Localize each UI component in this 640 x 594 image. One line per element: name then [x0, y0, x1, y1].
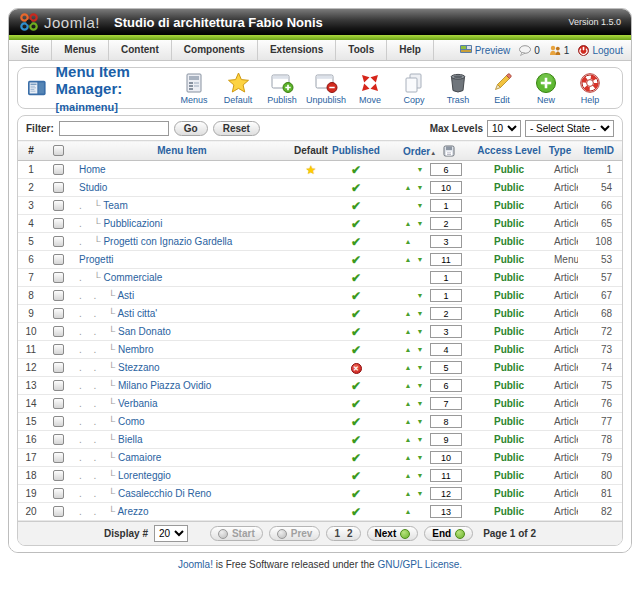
menu-item-link[interactable]: Stezzano — [118, 362, 160, 373]
order-up-icon[interactable]: ▲ — [403, 382, 413, 389]
order-up-icon[interactable]: ▲ — [403, 400, 413, 407]
menu-item-link[interactable]: Casalecchio Di Reno — [118, 488, 211, 499]
order-up-icon[interactable]: ▲ — [403, 328, 413, 335]
menu-item-link[interactable]: Como — [118, 416, 145, 427]
order-input[interactable] — [430, 289, 462, 302]
published-icon[interactable]: ✔ — [351, 379, 361, 393]
col-item-id[interactable]: ItemID — [578, 141, 622, 161]
published-icon[interactable]: ✔ — [351, 433, 361, 447]
row-checkbox[interactable] — [53, 344, 64, 355]
order-up-icon[interactable]: ▲ — [403, 310, 413, 317]
row-checkbox[interactable] — [53, 272, 64, 283]
order-input[interactable] — [430, 361, 462, 374]
row-checkbox[interactable] — [53, 488, 64, 499]
menus-button[interactable]: Menus — [172, 71, 216, 105]
menu-item-link[interactable]: Home — [79, 164, 106, 175]
order-down-icon[interactable]: ▼ — [415, 310, 425, 317]
order-down-icon[interactable]: ▼ — [415, 346, 425, 353]
published-icon[interactable]: ✔ — [351, 343, 361, 357]
message-count[interactable]: 0 — [519, 45, 540, 56]
published-icon[interactable]: ✔ — [351, 235, 361, 249]
select-state-select[interactable]: - Select State - — [525, 120, 614, 137]
col-order[interactable]: Order▲ — [382, 141, 476, 161]
next-button[interactable]: Next — [367, 526, 419, 541]
col-published[interactable]: Published — [330, 141, 382, 161]
menubar-item-tools[interactable]: Tools — [336, 40, 387, 60]
order-up-icon[interactable]: ▲ — [403, 418, 413, 425]
order-down-icon[interactable]: ▼ — [415, 364, 425, 371]
order-up-icon[interactable]: ▲ — [403, 184, 413, 191]
order-down-icon[interactable]: ▼ — [415, 292, 425, 299]
page-number-1[interactable]: 1 — [334, 528, 340, 539]
menu-item-link[interactable]: San Donato — [118, 326, 171, 337]
menu-item-link[interactable]: Verbania — [118, 398, 157, 409]
move-button[interactable]: Move — [348, 71, 392, 105]
default-button[interactable]: Default — [216, 71, 260, 105]
help-button[interactable]: Help — [568, 71, 612, 105]
display-count-select[interactable]: 20 — [154, 525, 188, 542]
save-order-icon[interactable] — [443, 145, 455, 157]
row-checkbox[interactable] — [53, 182, 64, 193]
unpublish-button[interactable]: Unpublish — [304, 71, 348, 105]
menubar-item-content[interactable]: Content — [109, 40, 172, 60]
menu-item-link[interactable]: Milano Piazza Ovidio — [118, 380, 211, 391]
order-down-icon[interactable]: ▼ — [415, 184, 425, 191]
preview-link[interactable]: Preview — [460, 45, 511, 56]
start-button[interactable]: Start — [210, 526, 263, 541]
published-icon[interactable]: ✔ — [351, 253, 361, 267]
row-checkbox[interactable] — [53, 398, 64, 409]
row-checkbox[interactable] — [53, 470, 64, 481]
order-input[interactable] — [430, 181, 462, 194]
menu-item-link[interactable]: Commerciale — [103, 272, 162, 283]
row-checkbox[interactable] — [53, 290, 64, 301]
order-input[interactable] — [430, 451, 462, 464]
row-checkbox[interactable] — [53, 308, 64, 319]
row-checkbox[interactable] — [53, 236, 64, 247]
license-link[interactable]: GNU/GPL License. — [377, 559, 462, 570]
order-down-icon[interactable]: ▼ — [415, 220, 425, 227]
published-icon[interactable]: ✔ — [351, 271, 361, 285]
joomla-footer-link[interactable]: Joomla! — [178, 559, 213, 570]
default-star-icon[interactable]: ★ — [306, 163, 317, 177]
row-checkbox[interactable] — [53, 326, 64, 337]
trash-button[interactable]: Trash — [436, 71, 480, 105]
row-checkbox[interactable] — [53, 434, 64, 445]
menu-item-link[interactable]: Camaiore — [118, 452, 161, 463]
menu-item-link[interactable]: Progetti — [79, 254, 113, 265]
order-up-icon[interactable]: ▲ — [403, 256, 413, 263]
menu-item-link[interactable]: Arezzo — [117, 506, 148, 517]
order-input[interactable] — [430, 217, 462, 230]
menu-item-link[interactable]: Nembro — [118, 344, 154, 355]
menubar-item-extensions[interactable]: Extensions — [258, 40, 336, 60]
order-up-icon[interactable]: ▲ — [403, 454, 413, 461]
row-checkbox[interactable] — [53, 362, 64, 373]
new-button[interactable]: New — [524, 71, 568, 105]
row-checkbox[interactable] — [53, 380, 64, 391]
order-down-icon[interactable]: ▼ — [415, 328, 425, 335]
menu-item-link[interactable]: Pubblicazioni — [103, 218, 162, 229]
copy-button[interactable]: Copy — [392, 71, 436, 105]
publish-button[interactable]: Publish — [260, 71, 304, 105]
order-up-icon[interactable]: ▲ — [403, 364, 413, 371]
prev-button[interactable]: Prev — [269, 526, 321, 541]
menu-item-link[interactable]: Asti — [117, 290, 134, 301]
published-icon[interactable]: ✔ — [351, 181, 361, 195]
row-checkbox[interactable] — [53, 164, 64, 175]
unpublished-icon[interactable]: ✕ — [351, 363, 362, 374]
order-down-icon[interactable]: ▼ — [415, 490, 425, 497]
published-icon[interactable]: ✔ — [351, 487, 361, 501]
menu-item-link[interactable]: Studio — [79, 182, 107, 193]
order-down-icon[interactable]: ▼ — [415, 400, 425, 407]
logout-link[interactable]: Logout — [578, 45, 623, 56]
published-icon[interactable]: ✔ — [351, 289, 361, 303]
order-input[interactable] — [430, 397, 462, 410]
published-icon[interactable]: ✔ — [351, 397, 361, 411]
menu-item-link[interactable]: Progetti con Ignazio Gardella — [103, 236, 232, 247]
row-checkbox[interactable] — [53, 452, 64, 463]
order-down-icon[interactable]: ▼ — [415, 202, 425, 209]
menu-item-link[interactable]: Biella — [118, 434, 142, 445]
order-up-icon[interactable]: ▲ — [403, 220, 413, 227]
published-icon[interactable]: ✔ — [351, 451, 361, 465]
order-up-icon[interactable]: ▲ — [403, 472, 413, 479]
order-input[interactable] — [430, 469, 462, 482]
